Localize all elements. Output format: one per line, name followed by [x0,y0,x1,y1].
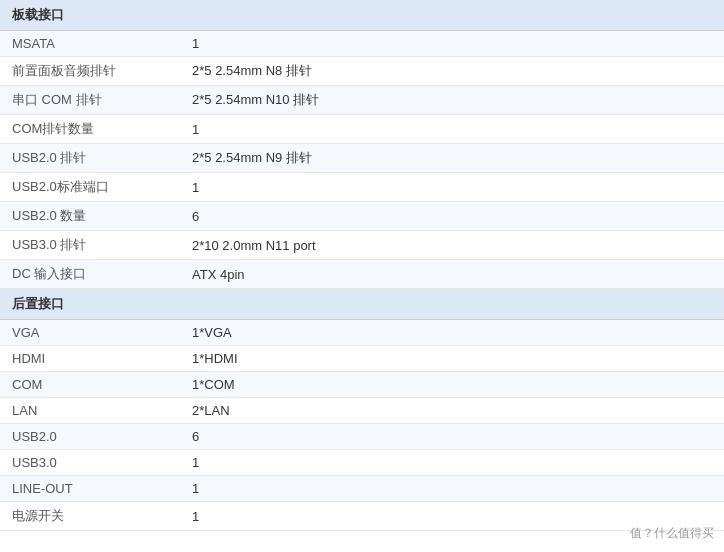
row-value: 1*COM [180,372,724,398]
row-label: COM [0,372,180,398]
table-row: VGA1*VGA [0,320,724,346]
spec-table: 板载接口MSATA1前置面板音频排针2*5 2.54mm N8 排针串口 COM… [0,0,724,531]
table-row: COM1*COM [0,372,724,398]
row-value: 1*VGA [180,320,724,346]
table-row: LAN2*LAN [0,398,724,424]
table-row: LINE-OUT1 [0,476,724,502]
row-value: 6 [180,424,724,450]
row-label: COM排针数量 [0,115,180,144]
row-label: USB2.0 数量 [0,202,180,231]
row-value: ATX 4pin [180,260,724,289]
row-label: USB3.0 [0,450,180,476]
row-label: DC 输入接口 [0,260,180,289]
watermark: 值？什么值得买 [630,525,714,531]
row-value: 1*HDMI [180,346,724,372]
row-value: 2*5 2.54mm N10 排针 [180,86,724,115]
row-value: 1 [180,173,724,202]
table-row: USB3.01 [0,450,724,476]
table-row: 前置面板音频排针2*5 2.54mm N8 排针 [0,57,724,86]
row-label: VGA [0,320,180,346]
table-row: DC 输入接口ATX 4pin [0,260,724,289]
row-label: USB2.0标准端口 [0,173,180,202]
row-value: 1 [180,31,724,57]
row-label: MSATA [0,31,180,57]
row-value: 1 [180,450,724,476]
table-row: USB2.0 排针2*5 2.54mm N9 排针 [0,144,724,173]
section-header: 后置接口 [0,289,724,320]
table-row: COM排针数量1 [0,115,724,144]
table-row: USB2.06 [0,424,724,450]
row-label: HDMI [0,346,180,372]
row-label: 串口 COM 排针 [0,86,180,115]
row-value: 2*10 2.0mm N11 port [180,231,724,260]
row-label: LINE-OUT [0,476,180,502]
row-label: USB2.0 [0,424,180,450]
row-label: USB2.0 排针 [0,144,180,173]
row-value: 1 [180,476,724,502]
table-row: 串口 COM 排针2*5 2.54mm N10 排针 [0,86,724,115]
table-row: USB2.0 数量6 [0,202,724,231]
row-label: LAN [0,398,180,424]
table-row: HDMI1*HDMI [0,346,724,372]
row-label: USB3.0 排针 [0,231,180,260]
row-value: 6 [180,202,724,231]
row-value: 2*5 2.54mm N8 排针 [180,57,724,86]
row-value: 1 [180,115,724,144]
table-row: 电源开关1 [0,502,724,531]
row-value: 2*5 2.54mm N9 排针 [180,144,724,173]
section-header: 板载接口 [0,0,724,31]
row-label: 电源开关 [0,502,180,531]
table-row: USB3.0 排针2*10 2.0mm N11 port [0,231,724,260]
table-row: MSATA1 [0,31,724,57]
row-label: 前置面板音频排针 [0,57,180,86]
row-value: 2*LAN [180,398,724,424]
table-row: USB2.0标准端口1 [0,173,724,202]
